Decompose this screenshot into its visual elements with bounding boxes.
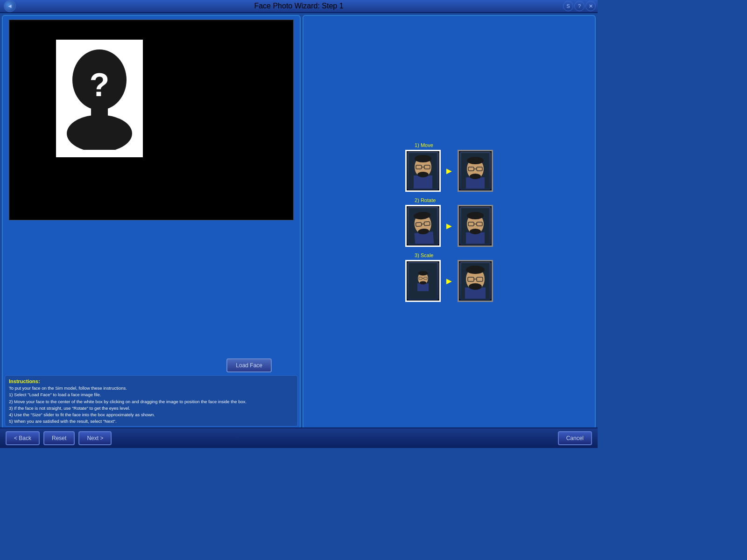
svg-rect-38 [417, 283, 429, 291]
window-title: Face Photo Wizard: Step 1 [254, 2, 343, 10]
step-rotate-arrow: ► [444, 221, 454, 231]
svg-point-51 [469, 283, 482, 290]
step-rotate-before-portrait [407, 207, 439, 245]
next-button[interactable]: Next > [78, 431, 112, 445]
title-bar: ◄ Face Photo Wizard: Step 1 S ? ✕ [0, 0, 598, 13]
step-move-after [458, 150, 493, 192]
left-panel: Rotate Size [2, 15, 301, 429]
step-scale-arrow: ► [444, 276, 454, 287]
svg-point-10 [415, 155, 431, 162]
help-button[interactable]: ? [574, 1, 585, 11]
instruction-line-3: 3) If the face is not straight, use "Rot… [9, 405, 294, 412]
step-scale-before-portrait [407, 262, 439, 300]
step-move-label: 1) Move [415, 142, 433, 148]
back-button[interactable]: < Back [6, 431, 40, 445]
instruction-line-4: 4) Use the "Size" slider to fit the face… [9, 412, 294, 418]
step-rotate-images: ► [405, 205, 493, 247]
instruction-line-1: 1) Select "Load Face" to load a face ima… [9, 392, 294, 398]
instruction-line-2: 2) Move your face to the center of the w… [9, 399, 294, 405]
svg-rect-6 [414, 175, 432, 189]
svg-point-19 [470, 174, 481, 179]
step-rotate-section: 2) Rotate [405, 197, 493, 247]
preview-area[interactable]: ? [9, 20, 294, 220]
svg-point-35 [470, 229, 481, 234]
step-move-before [405, 150, 441, 192]
instruction-line-5: 5) When you are satisfied with the resul… [9, 418, 294, 425]
reset-button[interactable]: Reset [43, 431, 75, 445]
step-move-before-portrait [407, 152, 439, 190]
nav-back-button[interactable]: ◄ [4, 0, 16, 12]
step-move-section: 1) Move [405, 142, 493, 192]
step-scale-label: 3) Scale [415, 252, 433, 258]
instructions-text: To put your face on the Sim model, follo… [9, 385, 294, 425]
svg-point-18 [467, 157, 484, 164]
svg-point-50 [466, 266, 485, 274]
step-rotate-after-portrait [459, 207, 491, 245]
sims-button[interactable]: S [563, 1, 573, 11]
instruction-line-0: To put your face on the Sim model, follo… [9, 385, 294, 392]
main-content: Rotate Size [0, 13, 598, 427]
svg-point-42 [418, 271, 428, 276]
svg-point-11 [417, 172, 429, 177]
step-move-images: ► [405, 150, 493, 192]
step-scale-after [458, 260, 493, 302]
step-scale-before [405, 260, 441, 302]
step-move-after-portrait [459, 152, 491, 190]
step-rotate-before [405, 205, 441, 247]
silhouette-svg: ? [62, 47, 137, 150]
cancel-button[interactable]: Cancel [558, 431, 592, 445]
svg-point-34 [467, 212, 484, 219]
title-controls: S ? ✕ [563, 1, 596, 11]
instructions-box: Instructions: To put your face on the Si… [5, 375, 298, 427]
step-scale-section: 3) Scale [405, 252, 493, 302]
load-face-button[interactable]: Load Face [226, 358, 272, 372]
close-button[interactable]: ✕ [585, 1, 596, 11]
instructions-title: Instructions: [9, 378, 294, 384]
svg-text:?: ? [90, 67, 110, 103]
svg-line-25 [422, 224, 424, 224]
face-box[interactable]: ? [56, 40, 143, 157]
step-move-arrow: ► [444, 166, 454, 176]
svg-point-43 [420, 281, 426, 284]
right-panel: 1) Move [303, 15, 596, 429]
step-rotate-after [458, 205, 493, 247]
step-scale-after-portrait [459, 262, 491, 300]
svg-point-2 [67, 115, 132, 150]
bottom-bar: < Back Reset Next > Cancel [0, 427, 598, 448]
step-scale-images: ► [405, 260, 493, 302]
step-rotate-label: 2) Rotate [415, 197, 436, 203]
